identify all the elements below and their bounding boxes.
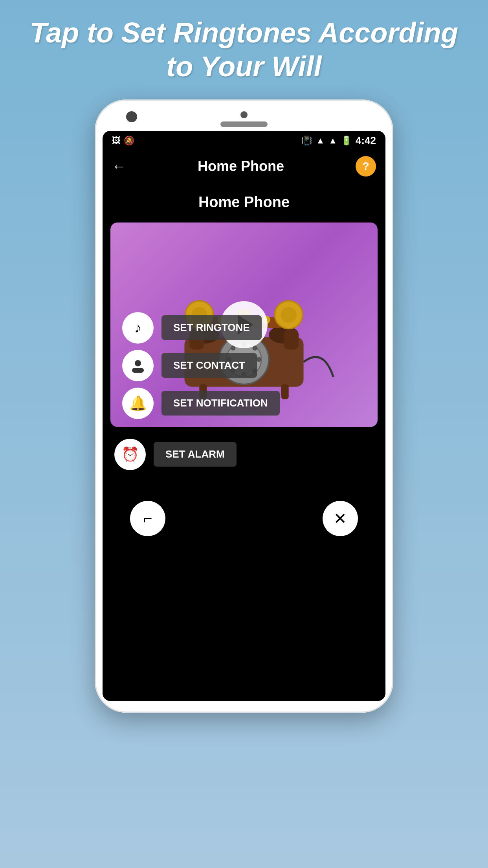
phone-screen: 🖼 🔕 📳 ▲ ▲ 🔋 4:42 ← Home Phone ? Home Pho… <box>103 131 385 701</box>
sensor <box>240 111 248 118</box>
front-camera <box>126 111 137 122</box>
media-container: ♪ SET RINGTONE SET CONTACT 🔔 SET NOTIFIC… <box>110 223 378 427</box>
wifi-icon: ▲ <box>316 136 325 146</box>
svg-point-25 <box>135 360 141 366</box>
status-right-icons: 📳 ▲ ▲ 🔋 4:42 <box>301 134 376 147</box>
set-contact-button[interactable]: SET CONTACT <box>161 353 257 378</box>
set-ringtone-row: ♪ SET RINGTONE <box>118 312 284 344</box>
image-icon: 🖼 <box>112 136 121 146</box>
back-button[interactable]: ← <box>112 158 126 175</box>
left-nav-icon: ⌐ <box>143 509 152 527</box>
battery-icon: 🔋 <box>341 136 352 146</box>
set-notification-button[interactable]: SET NOTIFICATION <box>161 391 280 416</box>
app-bar: ← Home Phone ? <box>103 151 385 182</box>
left-nav-button[interactable]: ⌐ <box>130 501 165 536</box>
phone-top-area <box>103 111 385 127</box>
banner-text: Tap to Set Ringtones According to Your W… <box>0 0 488 96</box>
set-notification-circle[interactable]: 🔔 <box>122 388 154 419</box>
set-ringtone-button[interactable]: SET RINGTONE <box>161 315 262 340</box>
phone-frame: 🖼 🔕 📳 ▲ ▲ 🔋 4:42 ← Home Phone ? Home Pho… <box>95 99 393 713</box>
set-contact-circle[interactable] <box>122 350 154 381</box>
content-area: Home Phone <box>103 182 385 701</box>
bottom-nav: ⌐ ✕ <box>110 493 378 544</box>
set-notification-row: 🔔 SET NOTIFICATION <box>118 388 284 419</box>
vibrate-icon: 📳 <box>301 136 312 146</box>
status-time: 4:42 <box>356 134 376 147</box>
status-bar: 🖼 🔕 📳 ▲ ▲ 🔋 4:42 <box>103 131 385 151</box>
set-contact-row: SET CONTACT <box>118 350 284 381</box>
status-left-icons: 🖼 🔕 <box>112 136 134 146</box>
overlay-action-buttons: ♪ SET RINGTONE SET CONTACT 🔔 SET NOTIFIC… <box>110 304 292 427</box>
right-nav-icon: ✕ <box>334 509 347 528</box>
set-alarm-button[interactable]: SET ALARM <box>154 442 237 467</box>
set-ringtone-circle[interactable]: ♪ <box>122 312 154 344</box>
app-bar-title: Home Phone <box>126 158 356 175</box>
ringtone-title: Home Phone <box>198 194 290 211</box>
mute-icon: 🔕 <box>124 136 134 146</box>
svg-rect-26 <box>132 368 144 373</box>
right-nav-button[interactable]: ✕ <box>323 501 358 536</box>
speaker <box>220 121 268 127</box>
set-alarm-row: ⏰ SET ALARM <box>110 439 378 470</box>
signal-icon: ▲ <box>328 136 337 146</box>
set-alarm-circle[interactable]: ⏰ <box>114 439 146 470</box>
help-button[interactable]: ? <box>356 156 376 177</box>
